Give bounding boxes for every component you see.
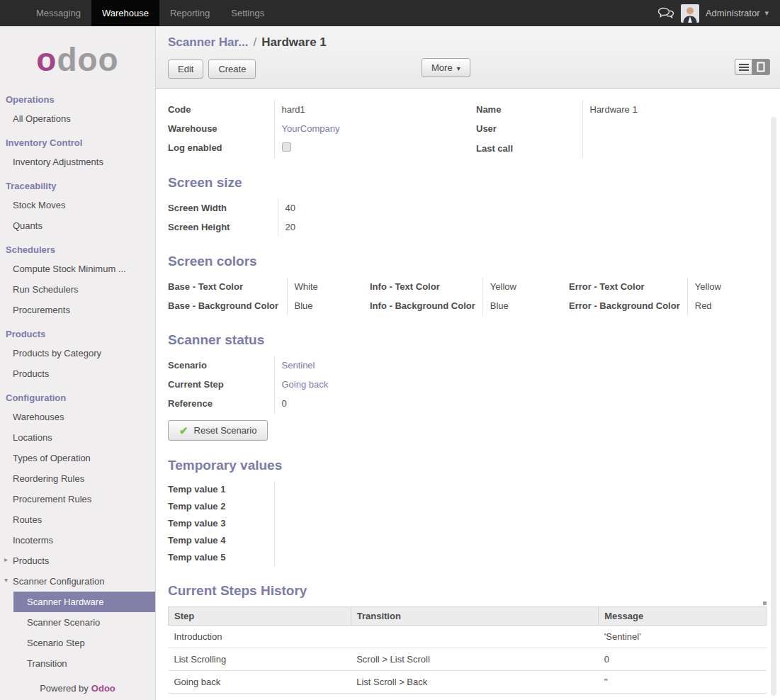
sidebar-item-scanner-configuration[interactable]: ▾Scanner Configuration [0,571,155,592]
cell-transition: Scroll > List Scroll [351,648,599,671]
breadcrumb-parent-link[interactable]: Scanner Har... [168,35,248,49]
section-title-screen-colors: Screen colors [168,254,767,269]
field-value-temp-value-2 [274,498,359,515]
section-title-scanner-status: Scanner status [168,332,767,348]
sidebar-item-products[interactable]: Products [0,363,155,384]
field-label-log-enabled: Log enabled [168,138,274,158]
field-value-error-background-color: Red [687,296,721,315]
table-row[interactable]: List Scrolling Scroll > List Scroll 0 [169,648,767,671]
sidebar-item-all-operations[interactable]: All Operations [0,108,155,129]
messaging-bubbles-icon[interactable] [657,7,674,19]
sidebar-item-scenario-step[interactable]: Scenario Step [0,633,155,653]
list-view-button[interactable] [735,59,752,75]
log-enabled-checkbox[interactable] [282,142,291,152]
field-value-code: hard1 [274,100,476,119]
sidebar-item-run-schedulers[interactable]: Run Schedulers [0,279,155,300]
create-button[interactable]: Create [208,60,256,79]
sidebar-item-reordering-rules[interactable]: Reordering Rules [0,468,155,489]
sidebar-item-stock-moves[interactable]: Stock Moves [0,195,155,215]
table-row[interactable]: Introduction 'Sentinel' [169,626,767,648]
cell-step: Going back [169,671,351,694]
cell-message: '' [599,671,767,694]
sidebar-item-locations[interactable]: Locations [0,427,155,448]
menu-reporting[interactable]: Reporting [159,0,220,26]
form-view: Code hard1 Warehouse YourCompany Log ena… [156,89,780,700]
edit-button[interactable]: Edit [168,60,203,79]
sidebar-item-products-folder[interactable]: ▸Products [0,551,155,571]
form-view-button[interactable] [752,59,770,75]
sidebar-item-procurements[interactable]: Procurements [0,300,155,320]
field-row: Screen Height 20 [168,218,295,237]
list-icon [739,63,749,72]
field-label-base-background-color: Base - Background Color [168,296,287,315]
sidebar-item-products-by-category[interactable]: Products by Category [0,343,155,363]
sidebar-item-compute-stock-minimum[interactable]: Compute Stock Minimum ... [0,259,155,279]
scanner-status-group: Scenario Sentinel Current Step Going bac… [168,356,328,413]
sidebar-item-routes[interactable]: Routes [0,509,155,530]
field-label-temp-value-2: Temp value 2 [168,498,274,515]
column-header-step[interactable]: Step [169,607,351,626]
more-dropdown-button[interactable]: More [422,58,470,77]
field-label-code: Code [168,100,274,119]
sidebar-item-warehouses[interactable]: Warehouses [0,407,155,427]
menu-messaging[interactable]: Messaging [26,0,91,26]
user-menu-button[interactable]: Administrator [706,8,769,18]
field-value-last-call [582,139,767,158]
sidebar-nav: Operations All Operations Inventory Cont… [0,86,155,676]
field-row: Error - Text Color Yellow [569,277,721,296]
content-header: Scanner Har.../Hardware 1 Edit Create Mo… [156,26,780,89]
field-row: Log enabled [168,138,476,158]
field-label-temp-value-3: Temp value 3 [168,515,274,532]
user-avatar[interactable] [681,4,699,23]
cell-transition: List Scroll > Back [351,671,599,694]
cell-step: Introduction [169,626,351,648]
field-value-error-text-color: Yellow [687,277,721,296]
field-value-user [582,119,767,138]
cell-transition [351,626,599,648]
section-title-screen-size: Screen size [168,175,767,191]
sidebar-item-scanner-hardware[interactable]: Scanner Hardware [13,592,155,612]
field-row: Temp value 1 [168,481,359,498]
menu-settings[interactable]: Settings [220,0,275,26]
menu-warehouse[interactable]: Warehouse [91,0,159,26]
column-header-transition[interactable]: Transition [351,607,599,626]
vertical-scrollbar[interactable] [771,117,776,696]
sidebar-item-scanner-scenario[interactable]: Scanner Scenario [0,612,155,633]
chevron-right-icon[interactable]: ▸ [4,555,11,563]
odoo-brand-link[interactable]: Odoo [91,683,115,694]
sidebar-item-procurement-rules[interactable]: Procurement Rules [0,489,155,509]
breadcrumb-current: Hardware 1 [261,35,327,49]
field-value-current-step-link[interactable]: Going back [282,379,329,390]
more-label: More [431,62,453,73]
reset-scenario-button[interactable]: ✔ Reset Scenario [168,420,268,441]
field-value-temp-value-3 [274,515,359,532]
main-area: odoo Operations All Operations Inventory… [0,26,780,700]
sidebar-item-incoterms[interactable]: Incoterms [0,530,155,551]
column-header-message[interactable]: Message [599,607,767,626]
section-operations: Operations [0,86,155,108]
field-value-scenario-link[interactable]: Sentinel [282,360,315,371]
breadcrumb: Scanner Har.../Hardware 1 [168,35,770,50]
sidebar: odoo Operations All Operations Inventory… [0,26,156,700]
section-configuration: Configuration [0,384,155,407]
cell-message: 'Sentinel' [599,626,767,648]
field-value-name: Hardware 1 [582,100,767,119]
sidebar-item-inventory-adjustments[interactable]: Inventory Adjustments [0,152,155,172]
field-row: Temp value 5 [168,549,359,566]
field-label-error-background-color: Error - Background Color [569,296,687,315]
powered-by: Powered byOdoo [0,676,155,700]
field-value-warehouse-link[interactable]: YourCompany [282,123,340,134]
sidebar-item-quants[interactable]: Quants [0,215,155,236]
general-group: Code hard1 Warehouse YourCompany Log ena… [168,100,767,158]
chevron-down-icon[interactable]: ▾ [4,576,11,584]
sidebar-item-label: Scanner Configuration [13,576,104,587]
app-window: Messaging Warehouse Reporting Settings [0,0,780,700]
screen-colors-group: Base - Text Color White Base - Backgroun… [168,277,767,315]
sidebar-item-types-of-operation[interactable]: Types of Operation [0,448,155,468]
field-value-base-text-color: White [287,277,370,296]
sidebar-item-transition[interactable]: Transition [0,653,155,674]
sidebar-item-label: Products [13,555,49,566]
table-row[interactable]: Going back List Scroll > Back '' [169,671,767,694]
info-colors: Info - Text Color Yellow Info - Backgrou… [370,277,569,315]
sidebar-item-scenario-custom-values[interactable]: Scenario Custom Values [0,674,155,676]
